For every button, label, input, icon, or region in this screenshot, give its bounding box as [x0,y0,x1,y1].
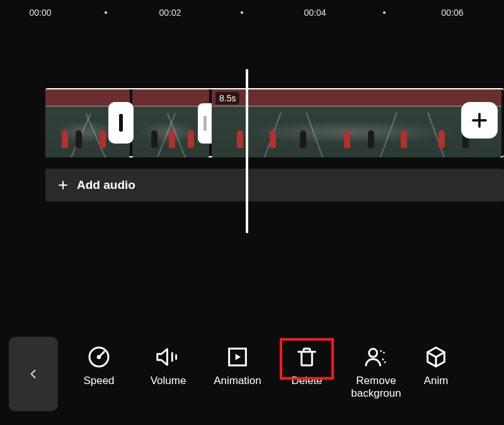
ruler-label: 00:02 [159,8,181,18]
ruler-dot [383,11,386,14]
ruler-label: 00:04 [304,8,326,18]
clip-duration-badge: 8.5s [215,92,239,105]
edit-toolbar: Speed Volume Animation Delete [0,337,504,412]
add-clip-button[interactable] [461,102,498,139]
toolbar-item-label: Anim [424,375,449,387]
plus-icon [57,179,69,191]
toolbar-item-remove-bg[interactable]: Remove backgroun [341,337,411,399]
toolbar-item-label: Animation [214,375,261,387]
clip-fragment[interactable] [3,89,39,157]
remove-background-icon [363,344,389,370]
trim-handle-bar-icon [203,116,207,131]
chevron-left-icon [27,363,40,385]
ruler-dot [105,11,107,14]
ruler-dot [241,11,243,14]
speed-icon [86,344,112,370]
plus-icon [470,111,489,130]
volume-icon [154,344,182,370]
clip-split-handle[interactable] [108,102,134,144]
video-timeline[interactable]: 8.5s Add audio [0,88,504,283]
tutorial-highlight-box [280,338,334,380]
video-clip-selected[interactable]: 8.5s [212,89,501,157]
clip-trim-handle[interactable] [198,103,212,144]
toolbar-item-delete[interactable]: Delete [272,337,341,387]
ruler-label: 00:00 [29,8,51,18]
add-audio-button[interactable]: Add audio [45,169,504,201]
svg-point-3 [369,349,377,357]
cube-icon [423,344,449,370]
toolbar-item-label: Speed [83,375,114,387]
split-handle-bar-icon [119,114,123,132]
toolbar-back-button[interactable] [9,337,58,411]
toolbar-item-animation[interactable]: Animation [203,337,272,387]
time-ruler[interactable]: 00:00 00:02 00:04 00:06 [0,5,504,25]
add-audio-label: Add audio [77,178,135,192]
animation-icon [225,344,250,370]
toolbar-item-label: Remove backgroun [341,375,411,399]
toolbar-item-volume[interactable]: Volume [134,337,203,387]
timeline-playhead[interactable] [246,69,248,233]
toolbar-item-partial[interactable]: Anim [411,337,461,387]
toolbar-item-speed[interactable]: Speed [64,337,134,387]
toolbar-item-label: Volume [151,375,186,387]
ruler-label: 00:06 [441,8,463,18]
